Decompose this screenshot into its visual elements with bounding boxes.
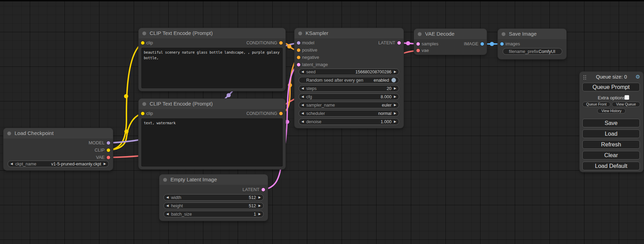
- link-dot[interactable]: [285, 120, 289, 124]
- decrement-arrow-icon[interactable]: ◀: [301, 112, 304, 115]
- widget-value[interactable]: 1: [254, 212, 256, 217]
- gear-icon[interactable]: ⚙: [636, 74, 640, 80]
- widget-value[interactable]: 512: [249, 195, 256, 200]
- widget-value[interactable]: euler: [382, 103, 391, 108]
- increment-arrow-icon[interactable]: ▶: [394, 112, 396, 115]
- input-slot-clip[interactable]: [141, 112, 144, 115]
- node-collapse-dot-icon[interactable]: [163, 178, 167, 182]
- input-slot-clip[interactable]: [141, 41, 144, 45]
- input-slot-latent-image[interactable]: [297, 63, 300, 66]
- decrement-arrow-icon[interactable]: ◀: [301, 95, 304, 98]
- node-title-bar[interactable]: VAE Decode: [414, 29, 487, 39]
- increment-arrow-icon[interactable]: ▶: [258, 204, 261, 207]
- node-clip-text-encode-positive[interactable]: CLIP Text Encode (Prompt) clip CONDITION…: [139, 28, 285, 91]
- node-title-bar[interactable]: Save Image: [498, 29, 566, 39]
- clear-button[interactable]: Clear: [582, 151, 640, 160]
- output-slot-model[interactable]: [107, 141, 110, 145]
- filename-prefix-widget[interactable]: filename_prefix ComfyUI: [503, 48, 562, 55]
- output-slot-clip[interactable]: [107, 148, 110, 152]
- queue-front-button[interactable]: Queue Front: [582, 102, 610, 107]
- widget-value[interactable]: 156680208700286: [355, 70, 391, 74]
- denoise-widget[interactable]: ◀ denoise 1.000 ▶: [299, 118, 399, 125]
- link-dot[interactable]: [124, 129, 129, 134]
- steps-widget[interactable]: ◀ steps 20 ▶: [299, 85, 399, 92]
- save-button[interactable]: Save: [582, 119, 640, 127]
- random-seed-toggle-widget[interactable]: Random seed after every gen enabled: [299, 77, 399, 83]
- node-title-bar[interactable]: CLIP Text Encode (Prompt): [139, 28, 285, 38]
- node-empty-latent-image[interactable]: Empty Latent Image LATENT ◀ width 512 ▶ …: [159, 174, 268, 221]
- sampler-name-widget[interactable]: ◀ sampler_name euler ▶: [299, 102, 399, 108]
- height-widget[interactable]: ◀ height 512 ▶: [164, 202, 264, 209]
- node-collapse-dot-icon[interactable]: [298, 31, 302, 35]
- node-collapse-dot-icon[interactable]: [502, 32, 505, 36]
- increment-arrow-icon[interactable]: ▶: [394, 87, 396, 90]
- widget-value[interactable]: normal: [378, 111, 391, 116]
- decrement-arrow-icon[interactable]: ◀: [166, 204, 169, 207]
- link-dot[interactable]: [124, 94, 128, 98]
- widget-value[interactable]: 1.000: [381, 119, 391, 124]
- widget-value[interactable]: 8.000: [381, 94, 391, 99]
- input-slot-negative[interactable]: [297, 56, 300, 59]
- queue-prompt-button[interactable]: Queue Prompt: [582, 83, 640, 91]
- increment-arrow-icon[interactable]: ▶: [258, 196, 261, 199]
- load-button[interactable]: Load: [582, 129, 640, 138]
- node-collapse-dot-icon[interactable]: [418, 32, 422, 36]
- node-title-bar[interactable]: Empty Latent Image: [159, 174, 268, 185]
- widget-value[interactable]: v1-5-pruned-emaonly.ckpt: [51, 162, 101, 166]
- decrement-arrow-icon[interactable]: ◀: [166, 196, 169, 199]
- input-slot-images[interactable]: [500, 42, 504, 46]
- toggle-dot-icon[interactable]: [391, 78, 396, 82]
- node-load-checkpoint[interactable]: Load Checkpoint MODEL CLIP VAE ◀ ckpt_na…: [3, 128, 113, 170]
- decrement-arrow-icon[interactable]: ◀: [301, 103, 304, 107]
- link-dot[interactable]: [406, 41, 410, 45]
- decrement-arrow-icon[interactable]: ◀: [10, 162, 13, 165]
- view-queue-button[interactable]: View Queue: [612, 102, 640, 107]
- link-dot[interactable]: [490, 42, 494, 46]
- increment-arrow-icon[interactable]: ▶: [394, 120, 396, 123]
- increment-arrow-icon[interactable]: ▶: [394, 70, 396, 73]
- output-slot-conditioning[interactable]: [279, 112, 283, 115]
- output-slot-latent[interactable]: [262, 188, 265, 191]
- refresh-button[interactable]: Refresh: [582, 140, 640, 149]
- positive-prompt-textarea[interactable]: beautiful scenery nature glass bottle la…: [141, 48, 283, 88]
- node-collapse-dot-icon[interactable]: [7, 132, 11, 135]
- input-slot-vae[interactable]: [416, 49, 420, 52]
- node-ksampler[interactable]: KSampler model positive negative latent_…: [294, 28, 404, 128]
- node-graph-canvas[interactable]: Load Checkpoint MODEL CLIP VAE ◀ ckpt_na…: [0, 0, 644, 244]
- node-collapse-dot-icon[interactable]: [142, 31, 146, 35]
- link-dot[interactable]: [287, 44, 291, 48]
- node-vae-decode[interactable]: VAE Decode samples vae IMAGE: [414, 29, 487, 55]
- input-slot-model[interactable]: [297, 41, 300, 45]
- node-title-bar[interactable]: CLIP Text Encode (Prompt): [139, 99, 285, 109]
- ckpt-name-widget[interactable]: ◀ ckpt_name v1-5-pruned-emaonly.ckpt ▶: [8, 161, 109, 167]
- input-slot-samples[interactable]: [416, 42, 420, 46]
- decrement-arrow-icon[interactable]: ◀: [301, 87, 304, 90]
- batch-size-widget[interactable]: ◀ batch_size 1 ▶: [164, 211, 264, 217]
- view-history-button[interactable]: View History: [597, 108, 626, 114]
- cfg-widget[interactable]: ◀ cfg 8.000 ▶: [299, 93, 399, 100]
- input-slot-positive[interactable]: [297, 48, 300, 52]
- decrement-arrow-icon[interactable]: ◀: [301, 120, 304, 123]
- increment-arrow-icon[interactable]: ▶: [394, 103, 396, 107]
- node-collapse-dot-icon[interactable]: [142, 102, 146, 106]
- node-title-bar[interactable]: KSampler: [294, 28, 404, 38]
- increment-arrow-icon[interactable]: ▶: [394, 95, 396, 98]
- scheduler-widget[interactable]: ◀ scheduler normal ▶: [299, 110, 399, 117]
- seed-widget[interactable]: ◀ seed 156680208700286 ▶: [299, 69, 399, 75]
- output-slot-latent[interactable]: [397, 41, 401, 45]
- width-widget[interactable]: ◀ width 512 ▶: [164, 194, 264, 201]
- increment-arrow-icon[interactable]: ▶: [258, 213, 261, 216]
- output-slot-image[interactable]: [480, 42, 484, 46]
- widget-value[interactable]: 512: [249, 204, 256, 208]
- output-slot-vae[interactable]: [107, 156, 110, 159]
- widget-value[interactable]: ComfyUI: [538, 49, 555, 54]
- widget-value[interactable]: 20: [387, 86, 391, 91]
- decrement-arrow-icon[interactable]: ◀: [166, 213, 169, 216]
- node-save-image[interactable]: Save Image images filename_prefix ComfyU…: [498, 29, 566, 59]
- node-clip-text-encode-negative[interactable]: CLIP Text Encode (Prompt) clip CONDITION…: [139, 99, 285, 169]
- node-title-bar[interactable]: Load Checkpoint: [3, 128, 113, 138]
- load-default-button[interactable]: Load Default: [582, 162, 640, 170]
- extra-options-checkbox[interactable]: [625, 95, 629, 100]
- widget-value[interactable]: enabled: [374, 78, 389, 83]
- increment-arrow-icon[interactable]: ▶: [104, 162, 106, 165]
